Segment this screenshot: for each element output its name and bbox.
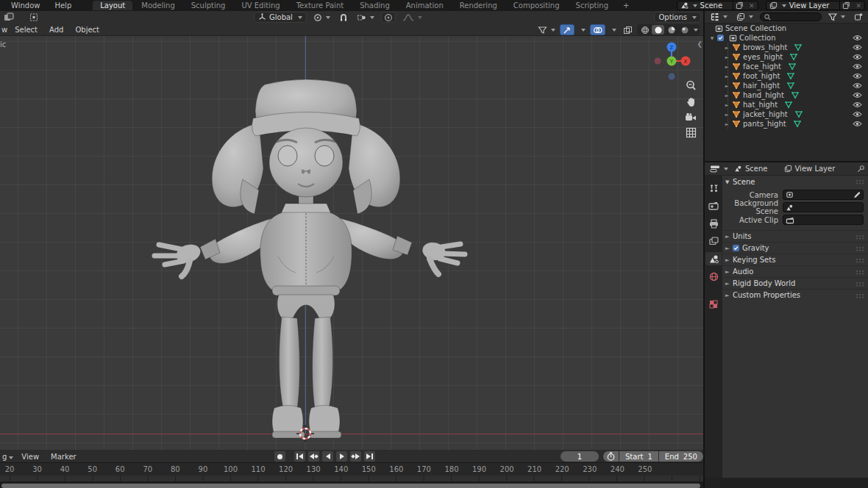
workspace-tab[interactable]: Rendering	[452, 1, 505, 10]
eye-icon[interactable]	[853, 82, 862, 89]
frame-start-field[interactable]: Start1	[619, 451, 658, 462]
camera-view-icon[interactable]	[685, 112, 697, 122]
tab-view-layer[interactable]	[705, 234, 722, 248]
scene-panel-header[interactable]: ▼ Scene	[722, 176, 868, 188]
outliner-object-row[interactable]: ► hat_hight	[705, 100, 868, 110]
workspace-tab[interactable]: Modeling	[134, 1, 182, 10]
use-preview-range-button[interactable]	[603, 451, 619, 462]
proportional-editing-button[interactable]	[381, 12, 396, 23]
eye-icon[interactable]	[853, 101, 862, 108]
scene-browse-button[interactable]	[677, 1, 700, 10]
workspace-tab[interactable]: Shading	[352, 1, 397, 10]
workspace-tab[interactable]: Compositing	[506, 1, 567, 10]
menu-view-partial[interactable]: w	[0, 26, 9, 34]
section-audio[interactable]: ► Audio	[722, 265, 868, 277]
pin-button[interactable]	[857, 165, 865, 173]
sidebar-collapse-icon[interactable]: ❮	[697, 40, 702, 48]
expand-arrow-icon[interactable]: ►	[724, 64, 730, 69]
view-layer-browse-button[interactable]	[766, 1, 789, 10]
proportional-falloff-dropdown[interactable]	[400, 12, 424, 23]
shading-solid-button[interactable]	[652, 25, 664, 35]
play-button[interactable]	[336, 451, 347, 462]
panel-grip-icon[interactable]	[855, 179, 864, 184]
breadcrumb-scene[interactable]: Scene	[745, 165, 768, 173]
viewport-menu[interactable]: Object	[69, 26, 105, 34]
prev-keyframe-button[interactable]	[308, 451, 319, 462]
breadcrumb-view-layer[interactable]: View Layer	[795, 165, 836, 173]
expand-arrow-icon[interactable]: ►	[724, 54, 730, 60]
menu-window[interactable]: Window	[4, 1, 46, 10]
gravity-checkbox[interactable]	[733, 245, 739, 251]
new-scene-button[interactable]	[733, 1, 746, 10]
outliner-object-row[interactable]: ► face_hight	[705, 62, 868, 71]
outliner-editor-type-button[interactable]	[708, 12, 730, 23]
eye-icon[interactable]	[853, 121, 862, 127]
tab-tool[interactable]	[705, 182, 722, 195]
viewport-menu[interactable]: Select	[9, 26, 43, 34]
object-mode-button[interactable]	[26, 12, 41, 23]
show-gizmo-toggle[interactable]	[560, 24, 574, 35]
workspace-tab[interactable]: Texture Paint	[289, 1, 352, 10]
expand-arrow-icon[interactable]: ►	[724, 121, 730, 126]
panel-divider[interactable]	[703, 10, 705, 488]
properties-editor-type-button[interactable]	[708, 163, 730, 174]
tab-scene[interactable]	[705, 252, 722, 265]
eye-icon[interactable]	[853, 63, 862, 70]
section-gravity[interactable]: ► Gravity	[722, 242, 868, 254]
scene-collection-row[interactable]: Scene Collection	[705, 24, 868, 33]
outliner-filter-dropdown[interactable]	[826, 12, 847, 23]
panel-grip-icon[interactable]	[855, 281, 864, 287]
jump-to-end-button[interactable]	[364, 451, 375, 462]
outliner-display-mode-dropdown[interactable]	[734, 12, 755, 23]
workspace-tab[interactable]: UV Editing	[234, 1, 287, 10]
expand-arrow-icon[interactable]: ►	[724, 83, 730, 88]
jump-to-start-button[interactable]	[294, 451, 305, 462]
section-custom-properties[interactable]: ► Custom Properties	[722, 289, 868, 301]
tab-output[interactable]	[705, 217, 722, 230]
pivot-point-dropdown[interactable]	[311, 12, 332, 23]
panel-grip-icon[interactable]	[855, 258, 864, 263]
tab-render[interactable]	[705, 199, 722, 212]
outliner-object-row[interactable]: ► jacket_hight	[705, 110, 868, 119]
menu-help[interactable]: Help	[48, 1, 78, 10]
timeline-menu[interactable]: Marker	[45, 453, 82, 461]
expand-arrow-icon[interactable]: ►	[724, 45, 730, 50]
workspace-tab[interactable]: Sculpting	[184, 1, 233, 10]
outliner-search-input[interactable]	[760, 12, 822, 21]
new-collection-button[interactable]	[852, 12, 865, 23]
transform-orientation-dropdown[interactable]: Global	[254, 12, 307, 23]
outliner-object-row[interactable]: ► pants_hight	[705, 119, 868, 129]
expand-arrow-icon[interactable]: ►	[724, 112, 730, 117]
next-keyframe-button[interactable]	[350, 451, 361, 462]
outliner-object-row[interactable]: ► eyes_hight	[705, 52, 868, 62]
viewport-canvas[interactable]: ic	[0, 36, 704, 450]
timeline-track[interactable]	[0, 476, 704, 481]
background-scene-field[interactable]	[783, 202, 864, 212]
options-dropdown[interactable]: Options	[654, 12, 701, 23]
snap-toggle-button[interactable]	[337, 12, 350, 23]
outliner-object-row[interactable]: ► hand_hight	[705, 90, 868, 100]
outliner-object-row[interactable]: ► brows_hight	[705, 43, 868, 52]
active-clip-field[interactable]	[783, 215, 864, 225]
scene-name[interactable]: Scene	[700, 1, 733, 10]
unlink-scene-button[interactable]: ✕	[746, 2, 758, 10]
tab-texture[interactable]	[705, 298, 722, 311]
pan-hand-icon[interactable]	[686, 96, 697, 107]
panel-grip-icon[interactable]	[855, 293, 864, 298]
gizmo-dropdown[interactable]	[577, 24, 588, 35]
eye-icon[interactable]	[853, 54, 862, 60]
outliner-object-row[interactable]: ► foot_hight	[705, 71, 868, 81]
expand-arrow-icon[interactable]: ►	[724, 93, 730, 98]
eye-icon[interactable]	[853, 92, 862, 98]
section-keying-sets[interactable]: ► Keying Sets	[722, 254, 868, 265]
add-workspace-button[interactable]: +	[617, 1, 635, 10]
workspace-tab[interactable]: Animation	[399, 1, 451, 10]
eye-icon[interactable]	[853, 73, 862, 79]
current-frame-field[interactable]: 1	[561, 451, 599, 462]
snap-target-dropdown[interactable]	[355, 12, 377, 23]
frame-end-field[interactable]: End250	[659, 451, 703, 462]
outliner-object-row[interactable]: ► hair_hight	[705, 81, 868, 90]
viewport-menu[interactable]: Add	[43, 26, 69, 34]
expand-arrow-icon[interactable]: ►	[724, 102, 730, 107]
new-view-layer-button[interactable]	[839, 1, 853, 10]
